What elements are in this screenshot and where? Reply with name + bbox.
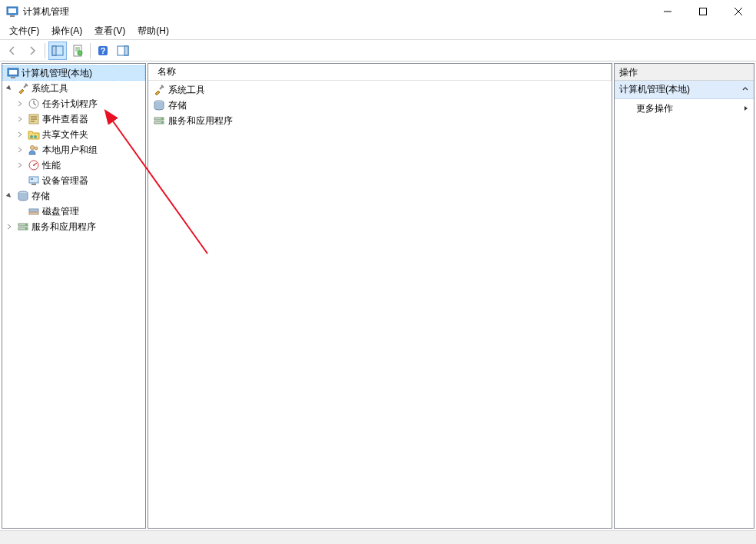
svg-point-35	[25, 228, 27, 230]
minimize-button[interactable]	[650, 0, 685, 23]
expand-icon[interactable]	[15, 160, 25, 171]
svg-point-34	[25, 224, 27, 226]
tree-disk-mgmt-label: 磁盘管理	[42, 205, 79, 218]
tree-performance-label: 性能	[42, 159, 61, 172]
tree-shared-folders[interactable]: 共享文件夹	[2, 127, 145, 142]
list-header: 名称	[148, 64, 612, 81]
menu-help[interactable]: 帮助(H)	[131, 23, 175, 39]
statusbar	[0, 530, 756, 544]
list-item[interactable]: 系统工具	[148, 82, 612, 98]
list-item[interactable]: 服务和应用程序	[148, 113, 612, 128]
tree-root-label: 计算机管理(本地)	[22, 67, 92, 80]
clock-icon	[28, 98, 40, 110]
svg-rect-16	[9, 70, 17, 75]
tree-local-users[interactable]: 本地用户和组	[2, 142, 145, 158]
device-manager-icon	[28, 174, 40, 187]
svg-rect-4	[700, 8, 707, 15]
tree-system-tools[interactable]: 系统工具	[2, 81, 145, 96]
tree-task-scheduler-label: 任务计划程序	[42, 98, 98, 111]
back-button[interactable]	[3, 41, 22, 60]
svg-point-21	[34, 135, 37, 138]
tree-local-users-label: 本地用户和组	[42, 144, 98, 157]
menu-action[interactable]: 操作(A)	[45, 23, 88, 39]
tree-event-viewer-label: 事件查看器	[42, 113, 88, 126]
expand-icon[interactable]	[15, 114, 25, 124]
tree-event-viewer[interactable]: 事件查看器	[2, 111, 145, 127]
svg-rect-1	[8, 8, 16, 13]
collapse-icon[interactable]	[741, 85, 749, 95]
computer-mgmt-icon	[7, 67, 19, 79]
svg-point-23	[35, 147, 38, 150]
actions-section-label: 计算机管理(本地)	[619, 83, 690, 96]
list-item-label: 服务和应用程序	[168, 114, 233, 128]
actions-more-label: 更多操作	[636, 102, 673, 115]
tree-device-manager[interactable]: 设备管理器	[2, 173, 145, 188]
show-hide-action-pane-button[interactable]	[114, 41, 132, 60]
tree-disk-mgmt[interactable]: 磁盘管理	[2, 204, 145, 219]
properties-button[interactable]	[68, 41, 87, 60]
storage-icon	[153, 99, 165, 111]
svg-point-20	[30, 135, 33, 138]
storage-icon	[17, 190, 29, 202]
expand-icon[interactable]	[4, 221, 15, 232]
list-item-label: 系统工具	[168, 84, 205, 97]
shared-folder-icon	[28, 128, 40, 141]
list-item[interactable]: 存储	[148, 98, 612, 113]
svg-point-39	[161, 118, 163, 120]
submenu-icon	[743, 104, 749, 114]
tree-storage-label: 存储	[32, 190, 50, 203]
svg-point-10	[78, 51, 82, 55]
actions-more[interactable]: 更多操作	[615, 99, 754, 118]
toolbar: ?	[0, 40, 756, 61]
tree-storage[interactable]: 存储	[2, 188, 145, 204]
disk-mgmt-icon	[28, 205, 40, 217]
app-icon	[6, 5, 18, 18]
tree-services-apps[interactable]: 服务和应用程序	[2, 219, 145, 234]
expand-icon[interactable]	[15, 129, 25, 140]
performance-icon	[28, 159, 40, 171]
expand-icon[interactable]	[15, 98, 25, 109]
window-title: 计算机管理	[23, 5, 650, 18]
svg-rect-26	[29, 177, 38, 183]
actions-header: 操作	[615, 64, 754, 81]
tree-performance[interactable]: 性能	[2, 158, 145, 173]
svg-rect-14	[124, 46, 128, 55]
tree-task-scheduler[interactable]: 任务计划程序	[2, 96, 145, 111]
svg-point-25	[33, 164, 35, 166]
collapse-icon[interactable]	[4, 191, 15, 201]
expand-icon[interactable]	[15, 144, 25, 155]
svg-point-40	[161, 122, 163, 124]
services-icon	[17, 221, 29, 233]
forward-button[interactable]	[23, 41, 41, 60]
toolbar-separator	[45, 43, 45, 58]
menu-file[interactable]: 文件(F)	[3, 23, 45, 39]
collapse-icon[interactable]	[4, 83, 15, 94]
actions-section[interactable]: 计算机管理(本地)	[615, 81, 754, 99]
svg-rect-31	[29, 212, 38, 214]
tree-device-manager-label: 设备管理器	[42, 174, 88, 187]
close-button[interactable]	[721, 0, 756, 23]
tree-root[interactable]: 计算机管理(本地)	[2, 65, 145, 81]
svg-point-22	[31, 146, 35, 150]
titlebar: 计算机管理	[0, 0, 756, 23]
event-viewer-icon	[28, 113, 40, 125]
svg-rect-2	[10, 15, 15, 17]
svg-rect-28	[31, 178, 33, 180]
svg-text:?: ?	[101, 46, 106, 55]
toolbar-separator	[90, 43, 91, 58]
users-icon	[28, 144, 40, 156]
list-item-label: 存储	[168, 99, 187, 112]
list-panel[interactable]: 名称 系统工具 存储 服务和应用程序	[148, 63, 612, 529]
svg-rect-17	[11, 77, 15, 78]
tree-services-apps-label: 服务和应用程序	[32, 221, 96, 234]
show-hide-tree-button[interactable]	[48, 41, 67, 60]
maximize-button[interactable]	[685, 0, 721, 23]
tools-icon	[17, 82, 29, 95]
svg-rect-8	[52, 46, 56, 55]
list-header-name[interactable]: 名称	[153, 64, 612, 80]
tree-panel[interactable]: 计算机管理(本地) 系统工具 任务计划程序 事件查看器	[2, 63, 146, 529]
services-icon	[153, 114, 165, 127]
svg-rect-27	[32, 184, 36, 185]
menu-view[interactable]: 查看(V)	[88, 23, 131, 39]
help-button[interactable]: ?	[94, 41, 112, 60]
